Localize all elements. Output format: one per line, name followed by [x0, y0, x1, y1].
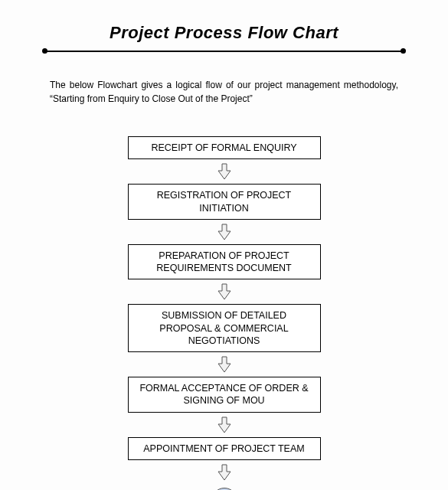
down-arrow-icon	[217, 163, 232, 180]
down-arrow-icon	[217, 224, 232, 240]
step-label: FORMAL ACCEPTANCE OF ORDER & SIGNING OF …	[139, 383, 308, 406]
page-title: Project Process Flow Chart	[110, 23, 338, 42]
step-label: RECEIPT OF FORMAL ENQUIRY	[151, 142, 296, 153]
step-label: PREPARATION OF PROJECT REQUIREMENTS DOCU…	[156, 250, 291, 273]
intro-text: The below Flowchart gives a logical flow…	[50, 78, 398, 106]
rule-dot-right	[401, 48, 406, 54]
title-rule	[42, 47, 406, 55]
document-page: Project Process Flow Chart The below Flo…	[0, 0, 448, 490]
down-arrow-icon	[217, 416, 232, 433]
step-box-3: PREPARATION OF PROJECT REQUIREMENTS DOCU…	[128, 244, 321, 280]
step-label: REGISTRATION OF PROJECT INITIATION	[157, 190, 291, 213]
rule-line	[47, 51, 401, 52]
step-box-5: FORMAL ACCEPTANCE OF ORDER & SIGNING OF …	[128, 377, 321, 413]
step-box-1: RECEIPT OF FORMAL ENQUIRY	[128, 136, 321, 159]
down-arrow-icon	[217, 464, 232, 481]
down-arrow-icon	[217, 283, 232, 300]
step-box-6: APPOINTMENT OF PROJECT TEAM	[128, 437, 321, 460]
title-wrap: Project Process Flow Chart	[34, 23, 414, 43]
flowchart: RECEIPT OF FORMAL ENQUIRY REGISTRATION O…	[34, 136, 414, 490]
step-label: APPOINTMENT OF PROJECT TEAM	[143, 443, 304, 454]
down-arrow-icon	[217, 356, 232, 373]
step-box-4: SUBMISSION OF DETAILED PROPOSAL & COMMER…	[128, 304, 321, 352]
step-label: SUBMISSION OF DETAILED PROPOSAL & COMMER…	[159, 310, 288, 346]
step-box-2: REGISTRATION OF PROJECT INITIATION	[128, 184, 321, 220]
